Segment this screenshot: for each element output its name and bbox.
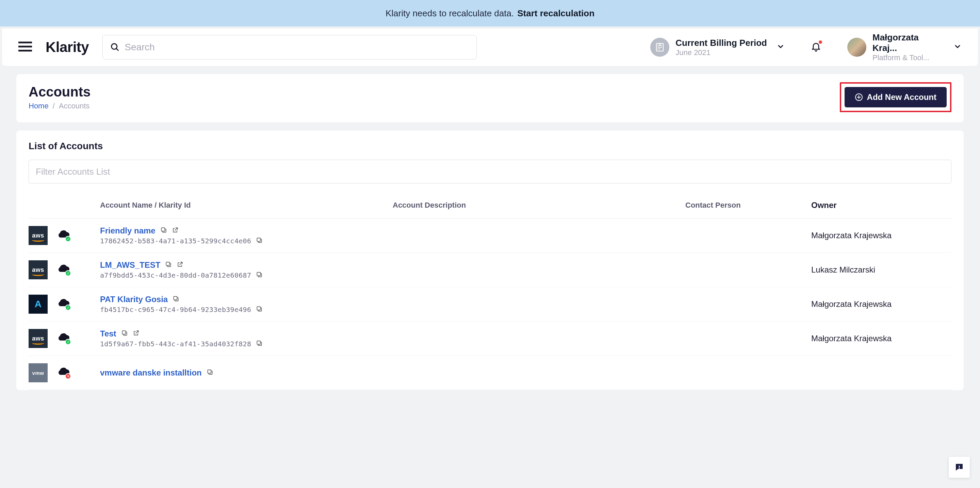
list-title: List of Accounts: [29, 141, 951, 152]
app-header: Klarity Current Billing Period June 2021…: [2, 29, 978, 66]
provider-aws-icon: aws: [29, 260, 48, 279]
billing-icon: [650, 38, 669, 57]
recalculate-banner: Klarity needs to recalculate data. Start…: [0, 0, 980, 27]
search-input[interactable]: [124, 42, 469, 53]
cloud-status-icon: ✓: [56, 265, 70, 275]
menu-toggle-icon[interactable]: [18, 41, 32, 53]
account-name-link[interactable]: LM_AWS_TEST: [100, 260, 160, 270]
page-header: Accounts Home / Accounts Add New Account: [16, 74, 964, 122]
provider-vmware-icon: vmw: [29, 363, 48, 382]
table-row: aws✓LM_AWS_TESTa7f9bdd5-453c-4d3e-80dd-0…: [29, 253, 951, 287]
account-owner: Małgorzata Krajewska: [811, 231, 951, 240]
search-icon: [110, 43, 120, 52]
table-row: aws✓Test1d5f9a67-fbb5-443c-af41-35ad4032…: [29, 322, 951, 356]
copy-name-icon[interactable]: [165, 261, 172, 269]
copy-name-icon[interactable]: [160, 227, 167, 235]
svg-rect-10: [257, 272, 261, 276]
svg-rect-8: [166, 262, 170, 265]
external-link-icon[interactable]: [172, 227, 179, 235]
external-link-icon[interactable]: [133, 330, 140, 338]
svg-rect-4: [161, 228, 165, 231]
user-org: Platform & Tool...: [872, 53, 944, 62]
add-account-button[interactable]: Add New Account: [845, 87, 947, 108]
account-owner: Lukasz Milczarski: [811, 265, 951, 274]
billing-title: Current Billing Period: [675, 38, 767, 48]
provider-aws-icon: aws: [29, 226, 48, 245]
account-name-link[interactable]: Test: [100, 329, 116, 339]
account-id: a7f9bdd5-453c-4d3e-80dd-0a7812e60687: [100, 271, 251, 279]
copy-id-icon[interactable]: [256, 306, 263, 314]
billing-period-selector[interactable]: Current Billing Period June 2021: [650, 38, 785, 57]
copy-name-icon[interactable]: [207, 369, 213, 377]
copy-id-icon[interactable]: [256, 340, 263, 348]
breadcrumb-current: Accounts: [59, 101, 90, 111]
account-owner: Małgorzata Krajewska: [811, 334, 951, 343]
svg-rect-16: [122, 331, 126, 334]
account-id: 1d5f9a67-fbb5-443c-af41-35ad4032f828: [100, 340, 251, 348]
cloud-status-icon: ✓: [56, 230, 70, 241]
breadcrumb: Home / Accounts: [29, 101, 91, 111]
col-desc: Account Description: [393, 201, 685, 210]
chevron-down-icon: [953, 43, 962, 52]
avatar: [847, 38, 866, 57]
copy-id-icon[interactable]: [256, 271, 263, 279]
filter-input[interactable]: [29, 160, 951, 184]
account-name-link[interactable]: PAT Klarity Gosia: [100, 295, 168, 304]
svg-rect-12: [174, 296, 177, 300]
account-name-link[interactable]: vmware danske installtion: [100, 368, 202, 377]
user-name: Małgorzata Kraj...: [872, 32, 944, 53]
table-row: A✓PAT Klarity Gosiafb4517bc-c965-47c4-9b…: [29, 287, 951, 322]
external-link-icon[interactable]: [177, 261, 183, 269]
table-row: aws✓Friendly name17862452-b583-4a71-a135…: [29, 219, 951, 253]
provider-aws-icon: aws: [29, 329, 48, 348]
col-name: Account Name / Klarity Id: [100, 201, 393, 210]
col-owner: Owner: [811, 201, 951, 210]
breadcrumb-sep: /: [53, 101, 55, 111]
svg-rect-6: [257, 238, 261, 241]
account-id: 17862452-b583-4a71-a135-5299c4cc4e06: [100, 237, 251, 245]
search-input-wrap[interactable]: [102, 35, 477, 59]
svg-rect-20: [208, 370, 211, 373]
highlight-outline: Add New Account: [840, 82, 951, 112]
page-title: Accounts: [29, 84, 91, 100]
col-contact: Contact Person: [685, 201, 811, 210]
copy-name-icon[interactable]: [121, 330, 128, 338]
account-name-link[interactable]: Friendly name: [100, 226, 156, 236]
banner-action[interactable]: Start recalculation: [517, 8, 595, 19]
account-owner: Małgorzata Krajewska: [811, 299, 951, 309]
table-row: vmw✕vmware danske installtion: [29, 356, 951, 390]
provider-azure-icon: A: [29, 295, 48, 314]
account-id: fb4517bc-c965-47c4-9b64-9233eb39e496: [100, 306, 251, 314]
breadcrumb-home[interactable]: Home: [29, 101, 49, 111]
notification-dot-icon: [819, 40, 822, 44]
cloud-status-icon: ✓: [56, 299, 70, 310]
plus-circle-icon: [855, 93, 863, 101]
accounts-list-card: List of Accounts Account Name / Klarity …: [16, 130, 964, 390]
user-menu[interactable]: Małgorzata Kraj... Platform & Tool...: [847, 32, 962, 62]
notifications-button[interactable]: [811, 41, 821, 53]
accounts-table: Account Name / Klarity Id Account Descri…: [29, 187, 951, 390]
billing-value: June 2021: [675, 48, 767, 57]
cloud-status-icon: ✕: [56, 368, 70, 378]
svg-rect-18: [257, 341, 261, 344]
banner-message: Klarity needs to recalculate data.: [385, 8, 514, 19]
table-header-row: Account Name / Klarity Id Account Descri…: [29, 187, 951, 219]
copy-name-icon[interactable]: [172, 295, 179, 303]
svg-rect-14: [257, 307, 261, 310]
cloud-status-icon: ✓: [56, 333, 70, 344]
copy-id-icon[interactable]: [256, 237, 263, 245]
brand-logo: Klarity: [46, 39, 89, 55]
chevron-down-icon: [776, 43, 785, 52]
